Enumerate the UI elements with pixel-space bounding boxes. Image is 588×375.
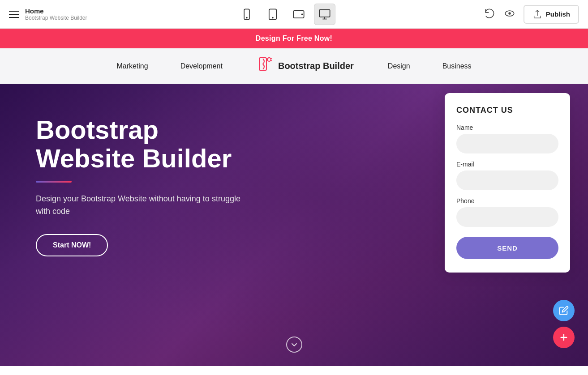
tablet-view-button[interactable] [262, 4, 283, 25]
menu-icon[interactable] [9, 11, 19, 18]
device-switcher [236, 4, 335, 25]
add-fab-button[interactable] [553, 327, 575, 348]
nav-bar: Marketing Development Bootstrap Builder … [0, 48, 588, 84]
top-bar-right: Publish [484, 5, 579, 24]
nav-link-design[interactable]: Design [372, 62, 426, 70]
top-bar-left: Home Bootstrap Website Builder [9, 7, 87, 21]
nav-link-business[interactable]: Business [426, 62, 488, 70]
publish-button[interactable]: Publish [524, 5, 579, 24]
desktop-view-button[interactable] [314, 4, 335, 25]
svg-point-3 [272, 17, 273, 18]
nav-links-left: Marketing Development [100, 62, 239, 70]
contact-phone-input[interactable] [456, 207, 558, 227]
contact-phone-field: Phone [456, 197, 558, 227]
app-subtitle: Bootstrap Website Builder [25, 15, 87, 21]
hero-content: Bootstrap Website Builder Design your Bo… [0, 84, 305, 288]
contact-name-label: Name [456, 124, 558, 131]
svg-line-16 [271, 60, 272, 61]
svg-point-1 [246, 17, 247, 18]
hero-cta-button[interactable]: Start NOW! [36, 234, 108, 256]
nav-link-marketing[interactable]: Marketing [100, 62, 164, 70]
undo-icon[interactable] [484, 8, 496, 21]
svg-point-5 [301, 14, 302, 15]
nav-brand[interactable]: Bootstrap Builder [257, 56, 354, 76]
promo-banner[interactable]: Design For Free Now! [0, 29, 588, 48]
hero-title-line1: Bootstrap [36, 115, 159, 144]
hero-subtitle: Design your Bootstrap Website without ha… [36, 192, 251, 218]
top-bar: Home Bootstrap Website Builder Publ [0, 0, 588, 29]
hero-title-line2: Website Builder [36, 144, 232, 173]
contact-card-title: CONTACT US [456, 106, 558, 115]
fab-container [553, 300, 575, 348]
hero-title: Bootstrap Website Builder [36, 115, 269, 173]
tablet-landscape-view-button[interactable] [288, 4, 309, 25]
contact-phone-label: Phone [456, 197, 558, 205]
promo-text: Design For Free Now! [256, 34, 332, 43]
hero-section: Bootstrap Website Builder Design your Bo… [0, 84, 588, 366]
contact-name-input[interactable] [456, 134, 558, 153]
edit-fab-button[interactable] [553, 300, 575, 321]
publish-label: Publish [546, 10, 570, 18]
nav-links-right: Design Business [372, 62, 488, 70]
contact-email-field: E-mail [456, 161, 558, 190]
contact-send-button[interactable]: SEND [456, 237, 558, 259]
contact-card: CONTACT US Name E-mail Phone SEND [445, 93, 570, 273]
scroll-down-button[interactable] [286, 337, 302, 353]
preview-icon[interactable] [504, 8, 515, 21]
svg-rect-6 [319, 9, 330, 17]
app-title: Home Bootstrap Website Builder [25, 7, 87, 21]
hero-divider [36, 181, 72, 183]
svg-line-15 [271, 58, 272, 59]
svg-point-10 [508, 12, 511, 14]
contact-email-label: E-mail [456, 161, 558, 168]
home-label: Home [25, 7, 87, 15]
contact-email-input[interactable] [456, 170, 558, 190]
nav-link-development[interactable]: Development [164, 62, 239, 70]
svg-point-13 [267, 58, 271, 61]
mobile-view-button[interactable] [236, 4, 258, 25]
brand-icon [257, 56, 274, 76]
brand-name: Bootstrap Builder [278, 61, 354, 71]
contact-name-field: Name [456, 124, 558, 153]
